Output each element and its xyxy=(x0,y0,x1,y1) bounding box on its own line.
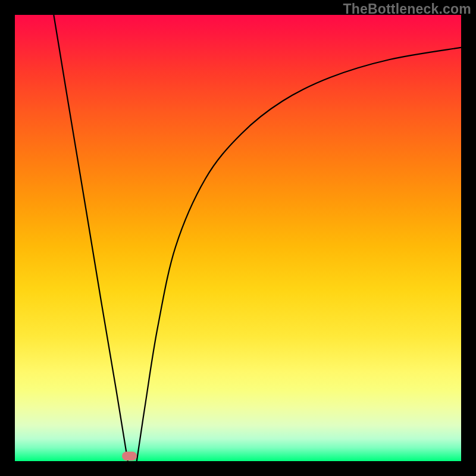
optimum-marker xyxy=(122,452,137,461)
chart-gradient-background xyxy=(15,15,461,461)
watermark-text: TheBottleneck.com xyxy=(343,1,471,17)
chart-frame xyxy=(15,15,461,461)
